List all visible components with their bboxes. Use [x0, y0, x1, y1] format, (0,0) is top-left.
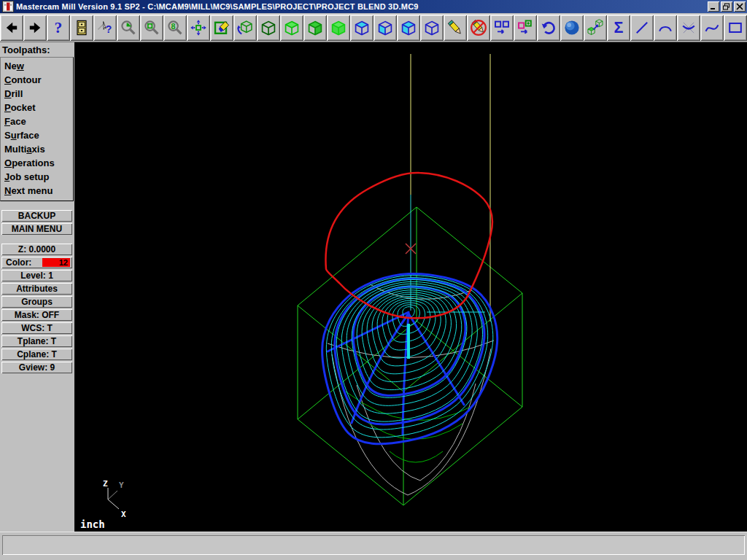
wcs-button[interactable]: WCS: T: [1, 322, 72, 334]
create-fillet-button[interactable]: [677, 15, 700, 41]
view-expand-button[interactable]: [584, 15, 607, 41]
menu-header: Toolpaths:: [0, 42, 74, 57]
create-spline-button[interactable]: [700, 15, 724, 41]
color-label: Color:: [6, 257, 42, 268]
forward-button[interactable]: [23, 15, 47, 41]
svg-text:?: ?: [105, 23, 112, 35]
sigma-button[interactable]: Σ: [607, 15, 630, 41]
create-line-button[interactable]: [630, 15, 654, 41]
svg-text:Σ: Σ: [614, 19, 624, 36]
sidebar: Toolpaths: NewContourDrillPocketFaceSurf…: [0, 42, 75, 532]
help-button[interactable]: ?: [47, 15, 70, 41]
main-menu-button[interactable]: MAIN MENU: [1, 223, 72, 235]
menu-item-operations[interactable]: Operations: [1, 156, 73, 170]
cplane-side-icon: [400, 19, 417, 36]
menu-item-contour[interactable]: Contour: [1, 73, 73, 87]
menu-item-new[interactable]: New: [1, 59, 73, 73]
repaint-button[interactable]: [210, 15, 233, 41]
bottom-status-bar: [0, 532, 747, 560]
gview-top-icon: [283, 19, 301, 36]
delete-icon: [470, 19, 487, 36]
menu-item-drill[interactable]: Drill: [1, 87, 73, 101]
gview-front-icon: [306, 19, 324, 36]
toolpaths-menu: NewContourDrillPocketFaceSurfaceMultiaxi…: [0, 57, 74, 201]
gview-front-button[interactable]: [303, 15, 327, 41]
z-axis-label: Z: [103, 479, 108, 489]
pencil-button[interactable]: [444, 15, 467, 41]
menu-item-job-setup[interactable]: Job setup: [1, 170, 73, 184]
screen-next-icon: [493, 19, 511, 36]
gview-wireframe-icon: [260, 19, 277, 36]
menu-item-face[interactable]: Face: [1, 114, 73, 128]
cplane-top-button[interactable]: [350, 15, 374, 41]
zoom-window-icon: [143, 19, 160, 36]
view-expand-icon: [587, 19, 604, 36]
repaint-icon: [213, 19, 231, 36]
sigma-icon: Σ: [610, 19, 627, 36]
create-arc-icon: [657, 19, 674, 36]
color-button[interactable]: Color:12: [1, 257, 72, 268]
create-rectangle-icon: [727, 19, 744, 36]
status-button-column: BACKUPMAIN MENUZ: 0.0000Color:12Level: 1…: [0, 210, 74, 375]
gview-side-icon: [330, 19, 347, 36]
app-icon: [2, 1, 14, 12]
menu-item-surface[interactable]: Surface: [1, 128, 73, 142]
delete-button[interactable]: [467, 15, 490, 41]
graphics-viewport[interactable]: ZYXinch: [75, 42, 747, 532]
create-spline-icon: [703, 19, 721, 36]
backup-button[interactable]: BACKUP: [1, 210, 72, 222]
unzoom-08-button[interactable]: 8: [163, 15, 187, 41]
cplane-button[interactable]: Cplane: T: [1, 349, 72, 360]
zoom-button[interactable]: [117, 15, 140, 41]
create-arc-button[interactable]: [654, 15, 677, 41]
axis-indicator: ZYX: [103, 479, 126, 519]
create-fillet-icon: [680, 19, 697, 36]
close-button[interactable]: [734, 1, 746, 12]
gview-button[interactable]: Gview: 9: [1, 362, 72, 373]
fit-screen-button[interactable]: [187, 15, 210, 41]
back-button[interactable]: [0, 15, 23, 41]
groups-button[interactable]: Groups: [1, 296, 72, 308]
undo-button[interactable]: [537, 15, 560, 41]
screen-swap-button[interactable]: [514, 15, 537, 41]
back-icon: [3, 19, 20, 36]
x-axis-label: X: [121, 510, 126, 519]
cplane-front-button[interactable]: [374, 15, 397, 41]
cplane-side-button[interactable]: [397, 15, 420, 41]
help-icon: ?: [50, 19, 67, 36]
file-cabinet-icon: [73, 19, 90, 36]
menu-item-multiaxis[interactable]: Multiaxis: [1, 142, 73, 156]
mask-button[interactable]: Mask: OFF: [1, 309, 72, 321]
gview-top-button[interactable]: [280, 15, 303, 41]
gview-wireframe-button[interactable]: [257, 15, 280, 41]
fit-screen-icon: [190, 19, 207, 36]
minimize-button[interactable]: [708, 1, 719, 12]
create-line-icon: [633, 19, 651, 36]
create-rectangle-button[interactable]: [724, 15, 747, 41]
dynamic-rotate-button[interactable]: [233, 15, 257, 41]
toolpath-rings: [326, 276, 492, 438]
dynamic-rotate-icon: [236, 19, 254, 36]
tplane-button[interactable]: Tplane: T: [1, 335, 72, 347]
construction-lines: [411, 54, 490, 322]
zoom-window-button[interactable]: [140, 15, 163, 41]
z-depth-button[interactable]: Z: 0.0000: [1, 244, 72, 255]
svg-text:?: ?: [55, 19, 63, 36]
unit-label: inch: [80, 518, 105, 530]
screen-next-button[interactable]: [490, 15, 514, 41]
forward-icon: [26, 19, 44, 36]
cplane-front-icon: [376, 19, 394, 36]
file-cabinet-button[interactable]: [70, 15, 93, 41]
pencil-icon: [446, 19, 464, 36]
window-title: Mastercam Mill Version 9.1 SP2 - C:\MCAM…: [16, 2, 706, 11]
gview-side-button[interactable]: [327, 15, 350, 41]
analyze-cursor-button[interactable]: ?: [93, 15, 117, 41]
shade-button[interactable]: [560, 15, 584, 41]
menu-item-next-menu[interactable]: Next menu: [1, 184, 73, 198]
attributes-button[interactable]: Attributes: [1, 283, 72, 295]
restore-button[interactable]: [721, 1, 732, 12]
prompt-area[interactable]: [2, 535, 745, 555]
cplane-3d-button[interactable]: [420, 15, 444, 41]
menu-item-pocket[interactable]: Pocket: [1, 101, 73, 114]
level-button[interactable]: Level: 1: [1, 270, 72, 281]
